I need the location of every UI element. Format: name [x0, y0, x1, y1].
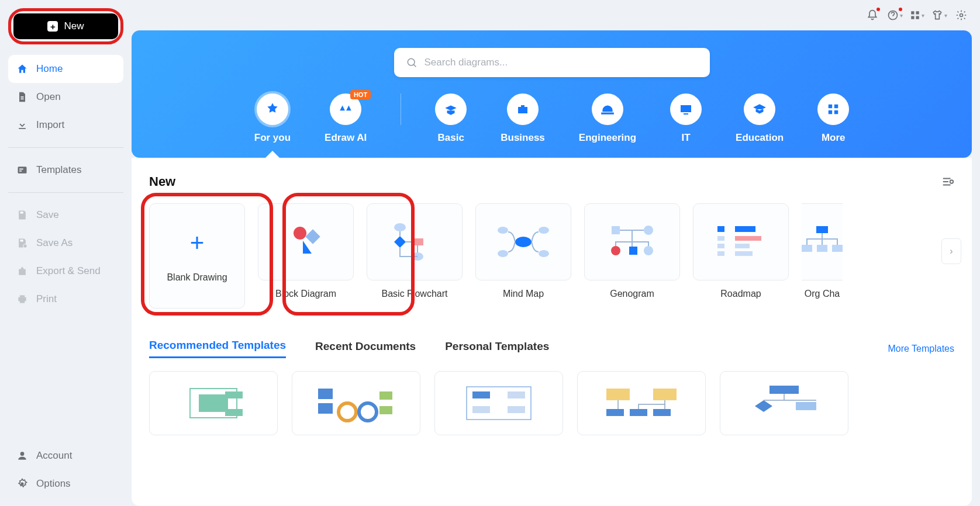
category-label: IT: [681, 132, 690, 144]
svg-rect-56: [817, 245, 827, 252]
sidebar-item-label: Account: [36, 450, 72, 462]
svg-rect-57: [832, 245, 843, 252]
svg-rect-48: [717, 236, 724, 241]
svg-rect-76: [630, 409, 647, 416]
sidebar-item-label: Open: [36, 91, 61, 103]
home-icon: [16, 63, 28, 75]
sidebar-item-account[interactable]: Account: [8, 442, 123, 470]
search-icon: [406, 57, 417, 68]
svg-rect-20: [518, 107, 527, 113]
template-label: Roadmap: [720, 289, 761, 299]
hot-badge: HOT: [350, 90, 371, 99]
svg-rect-60: [225, 391, 243, 398]
recommended-row: [149, 371, 954, 435]
category-it[interactable]: IT: [670, 93, 702, 144]
template-card[interactable]: [149, 371, 278, 435]
sidebar-item-options[interactable]: Options: [8, 470, 123, 498]
svg-rect-66: [379, 391, 392, 400]
template-card[interactable]: [292, 371, 420, 435]
category-basic[interactable]: Basic: [435, 93, 467, 144]
new-button[interactable]: + New: [13, 13, 118, 39]
category-label: Engineering: [579, 132, 636, 144]
svg-rect-69: [472, 391, 490, 398]
block-diagram-icon: [282, 219, 329, 265]
template-card[interactable]: [434, 371, 563, 435]
import-icon: [16, 119, 28, 131]
svg-rect-26: [829, 110, 832, 114]
svg-point-36: [515, 237, 532, 247]
svg-rect-61: [225, 409, 243, 416]
template-genogram[interactable]: [584, 203, 680, 280]
svg-marker-33: [394, 236, 406, 248]
template-org-chart[interactable]: [802, 203, 843, 280]
apps-icon[interactable]: [909, 7, 925, 23]
svg-point-32: [394, 223, 406, 231]
sidebar-item-label: Options: [36, 478, 71, 490]
svg-rect-62: [318, 389, 333, 399]
sidebar-item-label: Save As: [36, 237, 73, 249]
template-basic-flowchart[interactable]: [367, 203, 463, 280]
category-business[interactable]: Business: [501, 93, 545, 144]
divider: [401, 93, 401, 125]
content-panel: New + Blank Drawing Block Diagram: [132, 158, 972, 506]
search-input[interactable]: [425, 57, 698, 68]
category-education[interactable]: Education: [736, 93, 784, 144]
sidebar-item-label: Save: [36, 209, 59, 221]
category-edraw-ai[interactable]: HOT Edraw AI: [325, 93, 367, 144]
sidebar-item-print[interactable]: Print: [8, 285, 123, 313]
template-card[interactable]: [720, 371, 848, 435]
divider: [8, 192, 123, 193]
sidebar-item-open[interactable]: Open: [8, 83, 123, 111]
tab-recommended[interactable]: Recommended Templates: [149, 339, 286, 358]
bell-icon[interactable]: [864, 7, 881, 23]
template-label: Block Diagram: [275, 289, 336, 299]
export-icon: [16, 265, 28, 277]
svg-rect-52: [717, 251, 724, 256]
account-icon: [16, 450, 28, 462]
svg-rect-70: [508, 391, 525, 398]
svg-rect-77: [653, 409, 671, 416]
help-icon[interactable]: [886, 7, 903, 23]
svg-rect-24: [829, 105, 832, 108]
next-button[interactable]: ›: [941, 238, 961, 264]
category-engineering[interactable]: Engineering: [579, 93, 636, 144]
print-icon: [16, 293, 28, 305]
settings-icon[interactable]: [953, 7, 969, 23]
svg-rect-50: [717, 244, 724, 248]
template-roadmap[interactable]: [693, 203, 789, 280]
svg-point-39: [539, 227, 549, 234]
template-card[interactable]: [577, 371, 706, 435]
template-blank-drawing[interactable]: + Blank Drawing: [149, 203, 245, 309]
sidebar-item-save[interactable]: Save: [8, 201, 123, 229]
svg-point-64: [339, 403, 356, 421]
svg-rect-16: [911, 16, 914, 19]
sidebar-item-save-as[interactable]: Save As: [8, 229, 123, 257]
search-box[interactable]: [394, 48, 710, 77]
svg-rect-22: [681, 105, 691, 112]
svg-point-43: [611, 246, 620, 255]
svg-point-29: [294, 227, 306, 240]
sidebar-item-import[interactable]: Import: [8, 111, 123, 139]
category-for-you[interactable]: For you: [254, 93, 291, 144]
filter-icon[interactable]: [941, 175, 954, 188]
tab-personal[interactable]: Personal Templates: [445, 340, 549, 358]
tshirt-icon[interactable]: [931, 7, 947, 23]
main-area: For you HOT Edraw AI Basic Business: [132, 0, 980, 506]
sidebar-item-templates[interactable]: Templates: [8, 156, 123, 184]
svg-rect-25: [834, 105, 838, 108]
sidebar-item-home[interactable]: Home: [8, 55, 123, 83]
category-more[interactable]: More: [817, 93, 849, 144]
plus-icon: +: [190, 229, 205, 257]
svg-rect-54: [816, 226, 828, 233]
svg-rect-74: [653, 389, 677, 400]
sidebar-item-export[interactable]: Export & Send: [8, 257, 123, 285]
more-templates-link[interactable]: More Templates: [888, 344, 954, 354]
template-mind-map[interactable]: [475, 203, 571, 280]
tab-recent[interactable]: Recent Documents: [315, 340, 416, 358]
category-row: For you HOT Edraw AI Basic Business: [132, 93, 972, 144]
template-tabs: Recommended Templates Recent Documents P…: [149, 339, 954, 358]
svg-rect-15: [916, 11, 919, 14]
template-block-diagram[interactable]: [258, 203, 354, 280]
sidebar-item-label: Home: [36, 63, 63, 75]
new-button-label: New: [64, 20, 84, 32]
